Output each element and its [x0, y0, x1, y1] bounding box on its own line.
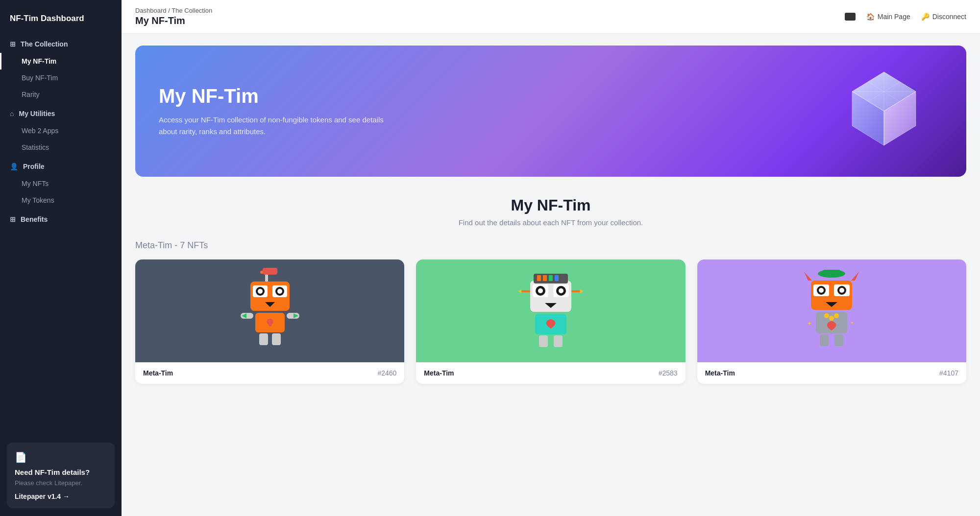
- sidebar-section-benefits: ⊞ Benefits: [0, 211, 122, 228]
- section-title-block: My NF-Tim Find out the details about eac…: [135, 196, 966, 227]
- svg-rect-64: [820, 334, 829, 346]
- collection-name: Meta-Tim: [135, 240, 172, 250]
- sidebar: NF-Tim Dashboard ⊞ The Collection My NF-…: [0, 0, 122, 516]
- svg-marker-49: [804, 272, 812, 281]
- disconnect-link[interactable]: 🔑 Disconnect: [921, 13, 966, 21]
- svg-rect-29: [543, 275, 547, 281]
- header: Dashboard / The Collection My NF-Tim 🏠 M…: [122, 0, 980, 34]
- nft-card[interactable]: Meta-Tim #2583: [416, 259, 685, 384]
- page-title: My NF-Tim: [135, 15, 212, 26]
- nft-number: #2460: [377, 369, 396, 377]
- sidebar-section-utilities-header[interactable]: ⌂ My Utilities: [0, 105, 122, 122]
- nft-name: Meta-Tim: [424, 369, 454, 377]
- header-actions: 🏠 Main Page 🔑 Disconnect: [845, 13, 966, 21]
- main-content: Dashboard / The Collection My NF-Tim 🏠 M…: [122, 0, 980, 516]
- svg-rect-30: [549, 275, 553, 281]
- sidebar-item-buy-nftim[interactable]: Buy NF-Tim: [0, 70, 122, 86]
- litepaper-link[interactable]: Litepaper v1.4 →: [15, 493, 107, 500]
- nft-name: Meta-Tim: [143, 369, 173, 377]
- promo-box: 📄 Need NF-Tim details? Please check Lite…: [7, 443, 115, 508]
- banner-description: Access your NF-Tim collection of non-fun…: [159, 114, 394, 138]
- nft-number: #2583: [659, 369, 678, 377]
- app-title: NF-Tim Dashboard: [0, 0, 122, 35]
- svg-rect-47: [822, 270, 841, 277]
- svg-rect-45: [554, 335, 563, 347]
- promo-subtitle: Please check Litepaper.: [15, 479, 107, 487]
- home-nav-icon: 🏠: [866, 13, 875, 21]
- nft-card[interactable]: ✦ ✦ Meta-Tim #4107: [697, 259, 966, 384]
- svg-point-37: [559, 288, 564, 293]
- nft-card-footer: Meta-Tim #2460: [135, 362, 404, 384]
- person-icon: 👤: [10, 163, 18, 170]
- sidebar-section-profile-label: Profile: [23, 163, 45, 170]
- banner-title: My NF-Tim: [159, 85, 394, 107]
- nft-card-image: ✦ ✦: [697, 259, 966, 362]
- promo-icon: 📄: [15, 451, 107, 463]
- sidebar-item-my-tokens[interactable]: My Tokens: [0, 192, 122, 209]
- svg-rect-44: [539, 335, 548, 347]
- breadcrumb-home[interactable]: Dashboard: [135, 7, 167, 14]
- main-page-link[interactable]: 🏠 Main Page: [866, 13, 910, 21]
- svg-point-55: [819, 288, 824, 293]
- nft-card-image: [416, 259, 685, 362]
- sidebar-item-web2apps[interactable]: Web 2 Apps: [0, 122, 122, 139]
- promo-title: Need NF-Tim details?: [15, 468, 107, 476]
- svg-rect-28: [537, 275, 541, 281]
- main-page-label: Main Page: [878, 13, 910, 21]
- sidebar-item-rarity[interactable]: Rarity: [0, 86, 122, 103]
- nft-card[interactable]: Meta-Tim #2460: [135, 259, 404, 384]
- breadcrumb-current: The Collection: [172, 7, 212, 14]
- svg-rect-31: [555, 275, 559, 281]
- grid-icon: ⊞: [10, 40, 16, 48]
- svg-rect-65: [834, 334, 843, 346]
- svg-rect-25: [272, 333, 281, 345]
- disconnect-label: Disconnect: [932, 13, 966, 21]
- sidebar-section-benefits-header[interactable]: ⊞ Benefits: [0, 211, 122, 228]
- hero-banner: My NF-Tim Access your NF-Tim collection …: [135, 46, 966, 177]
- home-icon: ⌂: [10, 110, 14, 117]
- page-content: My NF-Tim Access your NF-Tim collection …: [122, 34, 980, 403]
- svg-marker-41: [580, 289, 583, 293]
- sidebar-item-my-nfts[interactable]: My NFTs: [0, 175, 122, 192]
- svg-rect-24: [259, 333, 268, 345]
- sidebar-section-profile-header[interactable]: 👤 Profile: [0, 158, 122, 175]
- sidebar-section-benefits-label: Benefits: [21, 215, 48, 223]
- key-icon: 🔑: [921, 13, 930, 21]
- nft-card-footer: Meta-Tim #4107: [697, 362, 966, 384]
- sidebar-section-collection: ⊞ The Collection My NF-Tim Buy NF-Tim Ra…: [0, 35, 122, 103]
- svg-point-59: [824, 313, 829, 318]
- sidebar-section-utilities: ⌂ My Utilities Web 2 Apps Statistics: [0, 105, 122, 156]
- svg-text:✦: ✦: [850, 320, 854, 326]
- svg-point-56: [839, 288, 844, 293]
- svg-text:✦: ✦: [807, 320, 812, 327]
- crystal-decoration: [835, 67, 943, 155]
- wallet-icon[interactable]: [845, 13, 856, 21]
- sidebar-item-statistics[interactable]: Statistics: [0, 139, 122, 156]
- svg-rect-38: [521, 290, 530, 292]
- section-title: My NF-Tim: [135, 196, 966, 214]
- nft-grid: Meta-Tim #2460: [135, 259, 966, 384]
- sidebar-section-utilities-label: My Utilities: [19, 110, 55, 117]
- svg-rect-40: [571, 290, 580, 292]
- benefits-icon: ⊞: [10, 215, 16, 223]
- nft-name: Meta-Tim: [705, 369, 735, 377]
- svg-marker-50: [851, 272, 859, 281]
- sidebar-section-collection-header[interactable]: ⊞ The Collection: [0, 35, 122, 53]
- svg-point-36: [538, 288, 543, 293]
- collection-header: Meta-Tim - 7 NFTs: [135, 240, 966, 251]
- sidebar-section-profile: 👤 Profile My NFTs My Tokens: [0, 158, 122, 209]
- collection-count: 7 NFTs: [180, 240, 208, 250]
- svg-point-61: [834, 313, 839, 318]
- nft-number: #4107: [939, 369, 958, 377]
- banner-text: My NF-Tim Access your NF-Tim collection …: [159, 85, 394, 138]
- svg-point-13: [258, 289, 263, 294]
- svg-point-14: [277, 289, 282, 294]
- nft-card-footer: Meta-Tim #2583: [416, 362, 685, 384]
- svg-rect-18: [263, 268, 277, 275]
- breadcrumb: Dashboard / The Collection: [135, 7, 212, 14]
- svg-point-60: [829, 316, 834, 321]
- nft-card-image: [135, 259, 404, 362]
- section-subtitle: Find out the details about each NFT from…: [135, 218, 966, 227]
- svg-marker-39: [518, 289, 521, 293]
- sidebar-item-my-nftim[interactable]: My NF-Tim: [0, 53, 122, 70]
